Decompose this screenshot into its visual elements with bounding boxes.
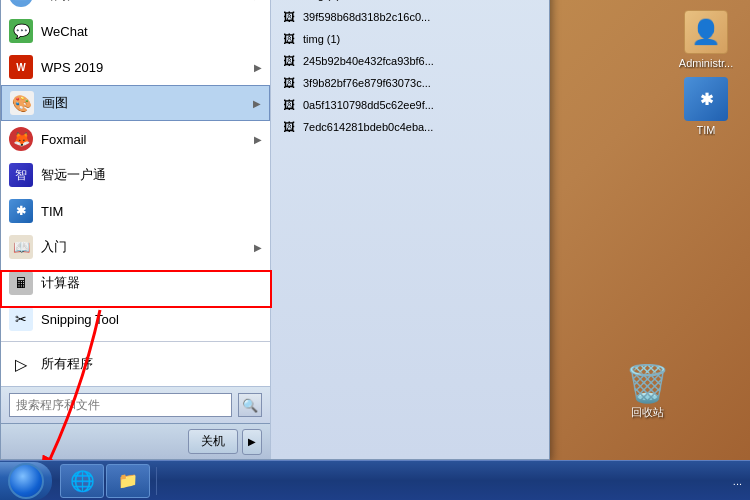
menu-items-list: ⊞ Windows Update 🛡 强力卸载电脑中的软件 ☁ 云门户 ▶ 💬 … (1, 0, 270, 386)
recent-file-text-6: 245b92b40e432fca93bf6... (303, 55, 434, 67)
shutdown-button[interactable]: 关机 (188, 429, 238, 454)
admin-icon-label: Administr... (679, 57, 733, 69)
taskbar-right-area: ... (725, 475, 750, 487)
search-button[interactable]: 🔍 (238, 393, 262, 417)
recycle-bin-label: 回收站 (631, 405, 664, 420)
snipping-icon: ✂ (9, 307, 33, 331)
taskbar-app-files[interactable]: 📁 (106, 464, 150, 498)
menu-item-foxmail-label: Foxmail (41, 132, 246, 147)
recent-file-text-7: 3f9b82bf76e879f63073c... (303, 77, 431, 89)
recent-file-icon-7: 🖼 (281, 75, 297, 91)
wps-icon: W (9, 55, 33, 79)
desktop-icons-area: 👤 Administr... ✱ TIM (672, 10, 740, 136)
search-input[interactable] (9, 393, 232, 417)
recent-item-9[interactable]: 🖼 7edc614281bdeb0c4eba... (271, 116, 549, 138)
menu-item-intro[interactable]: 📖 入门 ▶ (1, 229, 270, 265)
menu-item-tim[interactable]: ✱ TIM (1, 193, 270, 229)
menu-item-foxmail[interactable]: 🦊 Foxmail ▶ (1, 121, 270, 157)
taskbar: 🌐 📁 ... (0, 460, 750, 500)
menu-item-cloud-label: 云门户 (41, 0, 246, 4)
menu-separator-2 (1, 341, 270, 342)
paint-arrow-icon: ▶ (253, 98, 261, 109)
taskbar-apps-area: 🌐 📁 (56, 464, 154, 498)
recent-file-icon-6: 🖼 (281, 53, 297, 69)
allprograms-icon: ▷ (9, 352, 33, 376)
menu-item-intro-label: 入门 (41, 238, 246, 256)
menu-item-all-programs[interactable]: ▷ 所有程序 (1, 346, 270, 382)
recent-item-5[interactable]: 🖼 timg (1) (271, 28, 549, 50)
cloud-arrow-icon: ▶ (254, 0, 262, 1)
menu-item-calc-label: 计算器 (41, 274, 262, 292)
taskbar-divider (156, 467, 157, 495)
menu-item-zhiyuan-label: 智远一户通 (41, 166, 262, 184)
zhiyuan-icon: 智 (9, 163, 33, 187)
menu-item-allprograms-label: 所有程序 (41, 355, 262, 373)
menu-item-paint-label: 画图 (42, 94, 245, 112)
recent-item-8[interactable]: 🖼 0a5f1310798dd5c62ee9f... (271, 94, 549, 116)
menu-item-paint[interactable]: 🎨 画图 ▶ (1, 85, 270, 121)
foxmail-arrow-icon: ▶ (254, 134, 262, 145)
menu-item-wechat-label: WeChat (41, 24, 262, 39)
paint-icon: 🎨 (10, 91, 34, 115)
menu-item-wps-label: WPS 2019 (41, 60, 246, 75)
menu-item-snipping-label: Snipping Tool (41, 312, 262, 327)
tim-icon-label: TIM (697, 124, 716, 136)
recent-file-icon-5: 🖼 (281, 31, 297, 47)
recent-file-text-5: timg (1) (303, 33, 340, 45)
menu-item-tim-label: TIM (41, 204, 262, 219)
recycle-bin[interactable]: 🗑️ 回收站 (625, 363, 670, 420)
tim-menu-icon: ✱ (9, 199, 33, 223)
taskbar-app-ie[interactable]: 🌐 (60, 464, 104, 498)
wps-arrow-icon: ▶ (254, 62, 262, 73)
admin-avatar-icon: 👤 (684, 10, 728, 54)
menu-item-calc[interactable]: 🖩 计算器 (1, 265, 270, 301)
tim-icon: ✱ (684, 77, 728, 121)
recent-item-7[interactable]: 🖼 3f9b82bf76e879f63073c... (271, 72, 549, 94)
desktop-icon-tim[interactable]: ✱ TIM (672, 77, 740, 136)
menu-shutdown-bar: 关机 ▶ (1, 423, 270, 459)
cloud-icon: ☁ (9, 0, 33, 7)
wechat-icon: 💬 (9, 19, 33, 43)
recent-file-text-3: timg (2) (303, 0, 340, 1)
recent-file-text-9: 7edc614281bdeb0c4eba... (303, 121, 433, 133)
menu-left-panel: 👤 用户 ⊞ Windows Update 🛡 强力卸载电脑中的软件 ☁ 云门户 (1, 0, 271, 459)
intro-arrow-icon: ▶ (254, 242, 262, 253)
recycle-bin-icon: 🗑️ (625, 363, 670, 405)
shutdown-arrow-button[interactable]: ▶ (242, 429, 262, 455)
taskbar-time: ... (733, 475, 742, 487)
menu-item-wechat[interactable]: 💬 WeChat (1, 13, 270, 49)
recent-file-text-8: 0a5f1310798dd5c62ee9f... (303, 99, 434, 111)
desktop: 👤 Administr... ✱ TIM 🗑️ 回收站 👤 用户 ⊞ Windo… (0, 0, 750, 500)
menu-item-zhiyuan[interactable]: 智 智远一户通 (1, 157, 270, 193)
menu-search-bar: 🔍 (1, 386, 270, 423)
menu-item-wps[interactable]: W WPS 2019 ▶ (1, 49, 270, 85)
recent-item-4[interactable]: 🖼 39f598b68d318b2c16c0... (271, 6, 549, 28)
menu-item-cloud[interactable]: ☁ 云门户 ▶ (1, 0, 270, 13)
start-button[interactable] (0, 462, 52, 500)
recent-file-icon-9: 🖼 (281, 119, 297, 135)
menu-item-snipping[interactable]: ✂ Snipping Tool (1, 301, 270, 337)
recent-file-icon-8: 🖼 (281, 97, 297, 113)
menu-right-panel: 已固定 🖼 029edc1d22c5e4312469... 最近 🖼 c6484… (271, 0, 549, 459)
intro-icon: 📖 (9, 235, 33, 259)
foxmail-icon: 🦊 (9, 127, 33, 151)
recent-item-6[interactable]: 🖼 245b92b40e432fca93bf6... (271, 50, 549, 72)
desktop-icon-admin[interactable]: 👤 Administr... (672, 10, 740, 69)
start-menu: 👤 用户 ⊞ Windows Update 🛡 强力卸载电脑中的软件 ☁ 云门户 (0, 0, 550, 460)
recent-file-text-4: 39f598b68d318b2c16c0... (303, 11, 430, 23)
recent-file-icon-4: 🖼 (281, 9, 297, 25)
start-orb-icon (8, 463, 44, 499)
calc-icon: 🖩 (9, 271, 33, 295)
recent-file-icon-3: 🖼 (281, 0, 297, 3)
shutdown-label: 关机 (201, 433, 225, 450)
